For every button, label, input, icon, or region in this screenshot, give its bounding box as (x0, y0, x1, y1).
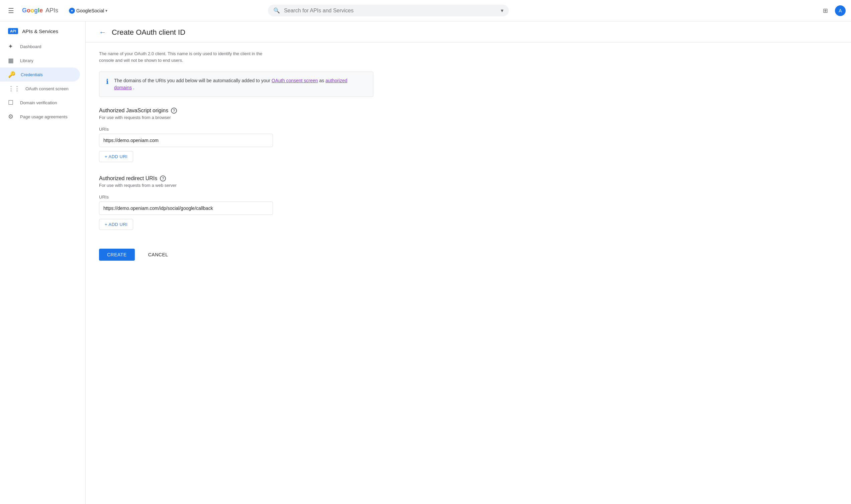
js-origins-section: Authorized JavaScript origins ? For use … (99, 108, 373, 162)
search-bar[interactable]: 🔍 ▾ (268, 5, 509, 16)
redirect-uris-help-icon[interactable]: ? (160, 176, 166, 181)
redirect-add-uri-button[interactable]: + ADD URI (99, 219, 133, 230)
sidebar-item-label-oauth: OAuth consent screen (25, 86, 69, 91)
info-text-middle: as (319, 78, 326, 83)
sidebar-item-oauth[interactable]: ⋮⋮ OAuth consent screen (0, 82, 80, 95)
oauth-icon: ⋮⋮ (8, 85, 20, 92)
sidebar-item-label-credentials: Credentials (21, 72, 43, 77)
js-origins-add-uri-button[interactable]: + ADD URI (99, 151, 133, 162)
sidebar-item-label-dashboard: Dashboard (20, 44, 41, 49)
redirect-uris-subtitle: For use with requests from a web server (99, 183, 373, 188)
page-title: Create OAuth client ID (112, 28, 185, 37)
main-content: ← Create OAuth client ID The name of you… (86, 21, 851, 504)
project-selector[interactable]: ● GoogleSocial ▾ (66, 6, 110, 16)
sidebar-nav: ✦ Dashboard ▦ Library 🔑 Credentials ⋮⋮ O… (0, 39, 85, 124)
dashboard-icon: ✦ (8, 43, 15, 50)
redirect-add-uri-label: + ADD URI (105, 222, 127, 227)
domain-icon: ☐ (8, 99, 15, 106)
sidebar-item-credentials[interactable]: 🔑 Credentials (0, 68, 80, 82)
js-origins-uris-label: URIs (99, 127, 373, 132)
apis-label: APIs (46, 7, 58, 14)
google-wordmark: G o o g l e (22, 7, 43, 14)
back-button[interactable]: ← (99, 28, 106, 37)
hamburger-menu[interactable]: ☰ (5, 4, 17, 17)
sidebar-item-library[interactable]: ▦ Library (0, 53, 80, 68)
js-origins-title: Authorized JavaScript origins ? (99, 108, 373, 114)
sidebar-item-label-domain: Domain verification (20, 100, 57, 105)
create-label: CREATE (107, 252, 127, 257)
avatar[interactable]: A (835, 5, 846, 16)
search-icon: 🔍 (273, 7, 280, 14)
js-origins-subtitle: For use with requests from a browser (99, 115, 373, 120)
redirect-uri-input[interactable] (99, 201, 273, 215)
client-name-note: The name of your OAuth 2.0 client. This … (99, 51, 373, 64)
info-text-before: The domains of the URIs you add below wi… (114, 78, 272, 83)
form-container: The name of your OAuth 2.0 client. This … (86, 42, 387, 274)
page-header: ← Create OAuth client ID (86, 21, 851, 42)
info-banner-text: The domains of the URIs you add below wi… (114, 77, 366, 91)
sidebar-item-label-library: Library (20, 58, 33, 63)
sidebar-item-dashboard[interactable]: ✦ Dashboard (0, 39, 80, 53)
create-button[interactable]: CREATE (99, 249, 135, 261)
app-layout: API APIs & Services ✦ Dashboard ▦ Librar… (0, 21, 851, 504)
js-origins-add-uri-label: + ADD URI (105, 154, 127, 159)
cancel-button[interactable]: CANCEL (140, 249, 176, 261)
sidebar-item-domain[interactable]: ☐ Domain verification (0, 95, 80, 110)
project-icon: ● (69, 8, 75, 14)
sidebar: API APIs & Services ✦ Dashboard ▦ Librar… (0, 21, 86, 504)
js-origins-help-icon[interactable]: ? (171, 108, 177, 114)
cancel-label: CANCEL (148, 252, 168, 257)
sidebar-title: APIs & Services (22, 29, 58, 34)
google-logo: G o o g l e APIs (22, 7, 58, 14)
info-icon: ℹ (106, 77, 109, 86)
sidebar-collapse-button[interactable]: ◁ (74, 124, 86, 136)
js-origins-uri-input[interactable] (99, 134, 273, 147)
project-name: GoogleSocial (76, 8, 104, 13)
redirect-uris-title: Authorized redirect URIs ? (99, 176, 373, 181)
credentials-icon: 🔑 (8, 71, 15, 78)
redirect-uris-section: Authorized redirect URIs ? For use with … (99, 176, 373, 230)
sidebar-item-page-usage[interactable]: ⚙ Page usage agreements (0, 110, 80, 124)
page-usage-icon: ⚙ (8, 113, 15, 120)
apps-grid-button[interactable]: ⊞ (819, 4, 832, 17)
top-nav: ☰ G o o g l e APIs ● GoogleSocial ▾ 🔍 ▾ … (0, 0, 851, 21)
nav-right: ⊞ A (819, 4, 846, 17)
library-icon: ▦ (8, 57, 15, 64)
search-input[interactable] (284, 8, 497, 14)
sidebar-item-label-page-usage: Page usage agreements (20, 114, 68, 119)
api-badge: API (8, 28, 18, 34)
sidebar-header: API APIs & Services (0, 24, 85, 39)
action-bar: CREATE CANCEL (99, 243, 373, 261)
redirect-uris-label: URIs (99, 195, 373, 199)
info-text-after: . (133, 85, 135, 90)
back-arrow-icon: ← (99, 28, 106, 37)
project-chevron-icon: ▾ (105, 8, 107, 13)
oauth-consent-link[interactable]: OAuth consent screen (272, 78, 318, 83)
info-banner: ℹ The domains of the URIs you add below … (99, 72, 373, 97)
search-expand-icon[interactable]: ▾ (501, 7, 503, 14)
